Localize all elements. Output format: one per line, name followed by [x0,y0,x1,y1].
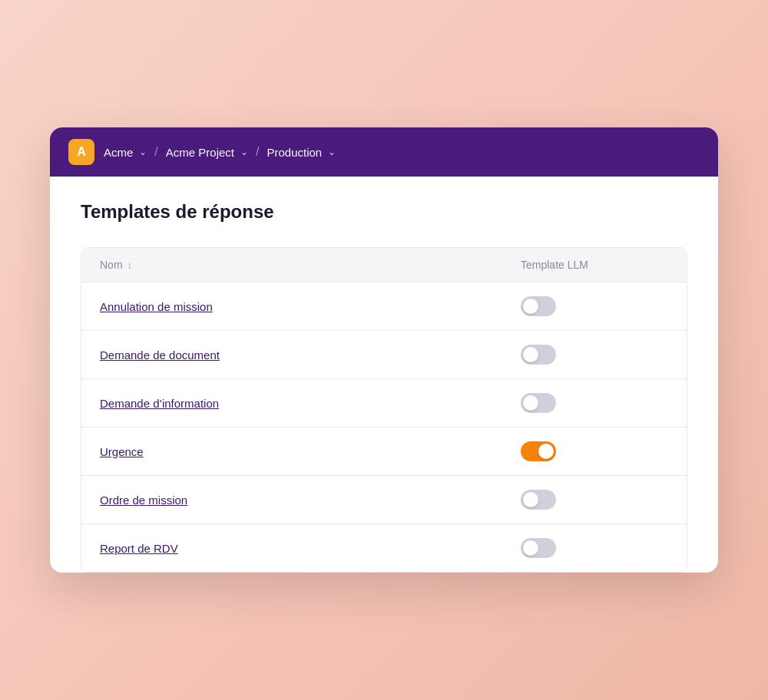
row-toggle-ordre-mission [502,476,687,523]
chevron-down-icon-3: ⌄ [328,147,336,157]
toggle-thumb [523,540,538,556]
row-toggle-annulation [502,282,687,330]
table-row: Report de RDV [81,524,687,572]
row-toggle-demande-info [502,379,687,427]
avatar-letter: A [77,145,86,159]
avatar[interactable]: A [68,139,94,165]
toggle-ordre-mission[interactable] [521,490,556,510]
row-name-demande-doc: Demande de document [81,331,502,378]
link-report-rdv[interactable]: Report de RDV [100,542,178,555]
row-name-urgence: Urgence [81,428,502,475]
chevron-down-icon-2: ⌄ [240,147,248,157]
toggle-thumb [523,347,538,362]
table-row: Urgence [81,428,687,476]
table-row: Demande d’information [81,379,687,428]
toggle-demande-info[interactable] [521,393,556,413]
link-demande-info[interactable]: Demande d’information [100,397,219,410]
link-urgence[interactable]: Urgence [100,445,144,458]
breadcrumb-separator-2: / [256,145,259,159]
breadcrumb: Acme ⌄ / Acme Project ⌄ / Production ⌄ [104,145,336,159]
table-row: Ordre de mission [81,476,687,524]
toggle-thumb [523,492,538,507]
page-title: Templates de réponse [81,201,687,223]
breadcrumb-acme-project[interactable]: Acme Project ⌄ [166,146,248,159]
row-toggle-demande-doc [502,331,687,378]
toggle-thumb [538,444,554,459]
table-header: Nom ↕ Template LLM [81,248,687,282]
row-name-ordre-mission: Ordre de mission [81,476,502,523]
breadcrumb-production[interactable]: Production ⌄ [266,146,336,159]
sort-icon: ↕ [127,259,133,271]
row-name-annulation: Annulation de mission [81,282,502,330]
link-ordre-mission[interactable]: Ordre de mission [100,494,187,507]
toggle-demande-doc[interactable] [521,345,556,365]
column-header-template-llm: Template LLM [502,248,687,282]
chevron-down-icon: ⌄ [139,147,147,157]
breadcrumb-acme[interactable]: Acme ⌄ [104,146,147,159]
header-bar: A Acme ⌄ / Acme Project ⌄ / Production ⌄ [50,127,718,177]
app-window: A Acme ⌄ / Acme Project ⌄ / Production ⌄… [50,127,718,573]
row-toggle-report-rdv [502,524,687,572]
table-row: Demande de document [81,331,687,379]
templates-table: Nom ↕ Template LLM Annulation de mission [81,247,687,573]
toggle-urgence[interactable] [521,441,556,461]
row-name-report-rdv: Report de RDV [81,524,502,572]
row-toggle-urgence [502,428,687,475]
toggle-thumb [523,395,538,411]
toggle-thumb [523,299,538,314]
column-header-nom[interactable]: Nom ↕ [81,248,502,282]
toggle-annulation[interactable] [521,296,556,316]
link-demande-doc[interactable]: Demande de document [100,348,220,362]
row-name-demande-info: Demande d’information [81,379,502,427]
toggle-report-rdv[interactable] [521,538,556,558]
table-row: Annulation de mission [81,282,687,331]
page-content: Templates de réponse Nom ↕ Template LLM … [50,177,718,573]
breadcrumb-separator-1: / [154,145,157,159]
link-annulation[interactable]: Annulation de mission [100,300,213,313]
